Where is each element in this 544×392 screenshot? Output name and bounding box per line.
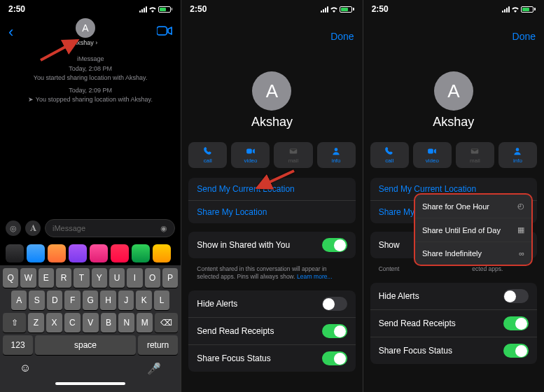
shared-hint: Content shared in this conversation will… [181, 262, 362, 286]
key-t[interactable]: T [74, 268, 89, 288]
read-receipts-row[interactable]: Send Read Receipts [188, 317, 355, 344]
info-button[interactable]: info [317, 142, 356, 168]
shift-key[interactable]: ⇧ [3, 313, 26, 332]
key-z[interactable]: Z [28, 313, 44, 332]
key-d[interactable]: D [47, 290, 62, 310]
key-x[interactable]: X [46, 313, 62, 332]
app-music[interactable] [111, 244, 129, 262]
toggle[interactable] [322, 351, 347, 365]
mic-key[interactable]: 🎤 [147, 362, 161, 375]
key-e[interactable]: E [39, 268, 54, 288]
key-k[interactable]: K [136, 290, 151, 310]
info-button[interactable]: info [498, 142, 537, 168]
key-a[interactable]: A [11, 290, 27, 310]
key-r[interactable]: R [56, 268, 71, 288]
placeholder: iMessage [53, 224, 85, 232]
video-button[interactable]: video [231, 142, 270, 168]
key-l[interactable]: L [154, 290, 169, 310]
share-indefinitely[interactable]: Share Indefinitely∞ [415, 241, 531, 265]
wifi-icon [330, 6, 338, 13]
status-icons [139, 6, 173, 13]
key-m[interactable]: M [137, 313, 153, 332]
profile: A Akshay [363, 50, 544, 136]
call-button[interactable]: call [188, 142, 227, 168]
key-b[interactable]: B [101, 313, 117, 332]
return-key[interactable]: return [138, 335, 178, 355]
key-f[interactable]: F [64, 290, 80, 310]
app-cash[interactable] [132, 244, 150, 262]
avatar[interactable]: A [252, 71, 291, 111]
learn-more-link[interactable]: Learn more... [297, 273, 333, 280]
emoji-key[interactable]: ☺ [20, 362, 31, 375]
key-v[interactable]: V [83, 313, 99, 332]
key-j[interactable]: J [118, 290, 134, 310]
message-input[interactable]: iMessage ◉ [45, 219, 175, 237]
system-message: You started sharing location with Akshay… [10, 74, 171, 83]
contact-details-screen-menu: 2:50 Done A Akshay call video mail info … [363, 0, 544, 392]
space-key[interactable]: space [35, 335, 136, 355]
back-button[interactable]: ‹ [8, 23, 13, 41]
video-button[interactable]: video [413, 142, 452, 168]
composer: ◎ 𝐀 iMessage ◉ [0, 215, 181, 241]
status-icons [502, 6, 536, 13]
share-one-hour[interactable]: Share for One Hour◴ [415, 195, 531, 218]
app-sticker[interactable] [69, 244, 87, 262]
call-button[interactable]: call [370, 142, 409, 168]
facetime-button[interactable] [157, 25, 172, 39]
done-button[interactable]: Done [512, 31, 536, 42]
alerts-card: Hide Alerts Send Read Receipts Share Foc… [188, 290, 355, 372]
home-indicator[interactable] [55, 382, 125, 385]
contact-header[interactable]: A Akshay › [73, 18, 97, 46]
keyboard-bottom: ☺ 🎤 [3, 358, 178, 377]
app-memoji[interactable] [48, 244, 66, 262]
status-bar: 2:50 [181, 0, 362, 18]
app-rail[interactable] [0, 241, 181, 265]
toggle[interactable] [322, 238, 347, 252]
app-photos[interactable] [6, 244, 24, 262]
key-h[interactable]: H [100, 290, 116, 310]
app-more[interactable] [153, 244, 171, 262]
key-p[interactable]: P [162, 268, 178, 288]
key-q[interactable]: Q [3, 268, 18, 288]
hide-alerts-row[interactable]: Hide Alerts [188, 290, 355, 317]
share-end-of-day[interactable]: Share Until End of Day▦ [415, 218, 531, 241]
focus-status-row[interactable]: Share Focus Status [370, 337, 537, 364]
key-i[interactable]: I [127, 268, 142, 288]
toggle[interactable] [322, 297, 347, 311]
dictate-icon[interactable]: ◉ [160, 224, 167, 233]
key-w[interactable]: W [20, 268, 36, 288]
svg-point-8 [516, 148, 519, 151]
key-s[interactable]: S [29, 290, 44, 310]
done-button[interactable]: Done [330, 31, 354, 42]
avatar: A [76, 18, 95, 38]
conversation-screen: 2:50 ‹ A Akshay › iMessage Today, 2:08 P… [0, 0, 181, 392]
status-bar: 2:50 [0, 0, 181, 18]
focus-status-row[interactable]: Share Focus Status [188, 344, 355, 372]
svg-rect-6 [428, 149, 433, 154]
appstore-button[interactable]: 𝐀 [25, 220, 41, 236]
keyboard[interactable]: QWERTYUIOP ASDFGHJKL ⇧ ZXCVBNM ⌫ 123 spa… [0, 265, 181, 392]
key-n[interactable]: N [118, 313, 134, 332]
toggle[interactable] [503, 289, 529, 303]
toggle[interactable] [322, 324, 347, 338]
key-u[interactable]: U [109, 268, 125, 288]
contact-details-screen: 2:50 Done A Akshay call video mail info … [181, 0, 363, 392]
wifi-icon [148, 6, 157, 13]
backspace-key[interactable]: ⌫ [155, 313, 178, 332]
key-g[interactable]: G [83, 290, 98, 310]
key-y[interactable]: Y [92, 268, 107, 288]
hide-alerts-row[interactable]: Hide Alerts [370, 283, 537, 309]
key-c[interactable]: C [64, 313, 81, 332]
numbers-key[interactable]: 123 [3, 335, 33, 355]
send-current-location[interactable]: Send My Current Location [188, 178, 355, 200]
app-digital-touch[interactable] [90, 244, 108, 262]
read-receipts-row[interactable]: Send Read Receipts [370, 309, 537, 337]
toggle[interactable] [503, 316, 529, 330]
toggle[interactable] [503, 344, 529, 358]
avatar[interactable]: A [434, 71, 473, 111]
key-o[interactable]: O [145, 268, 160, 288]
show-shared-row[interactable]: Show in Shared with You [188, 232, 355, 258]
share-my-location[interactable]: Share My Location [188, 200, 355, 223]
app-store[interactable] [27, 244, 45, 262]
camera-button[interactable]: ◎ [6, 220, 21, 236]
